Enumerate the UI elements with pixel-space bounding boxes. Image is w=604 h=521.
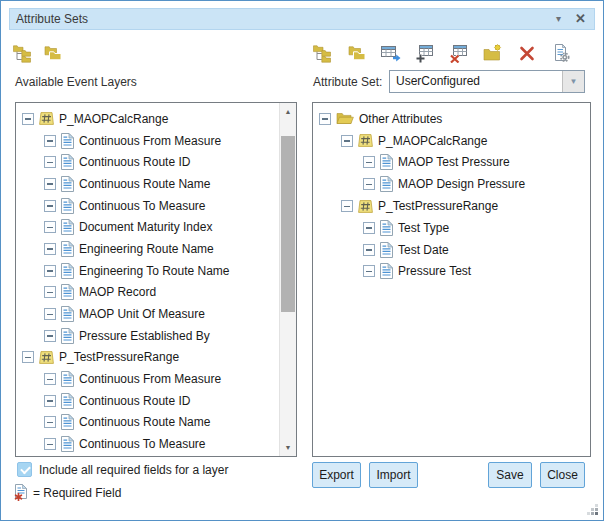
table-delete-button[interactable] (447, 41, 471, 65)
export-button[interactable]: Export (312, 462, 361, 488)
attribute-set-value: UserConfigured (396, 72, 480, 91)
collapse-toggle[interactable] (44, 200, 56, 212)
tree-item[interactable]: Continuous To Measure (16, 433, 279, 455)
collapse-toggle[interactable] (44, 178, 56, 190)
tree-item[interactable]: Engineering To Route Name (16, 260, 279, 282)
close-button[interactable]: Close (540, 462, 585, 488)
tree-item[interactable]: Other Attributes (313, 108, 590, 130)
tree-item[interactable]: Continuous Route ID (16, 390, 279, 412)
title-bar[interactable]: Attribute Sets ▾ ✕ (9, 8, 595, 30)
tree-item[interactable]: Continuous From Measure (16, 130, 279, 152)
collapse-toggle[interactable] (363, 156, 375, 168)
field-icon (61, 219, 74, 235)
scroll-up-icon[interactable]: ▲ (280, 104, 296, 119)
tree-item[interactable]: MAOP Test Pressure (313, 152, 590, 174)
table-delete-icon (449, 43, 469, 63)
collapse-toggle[interactable] (44, 373, 56, 385)
collapse-toggle[interactable] (44, 308, 56, 320)
field-icon (61, 328, 74, 344)
folders-icon (347, 43, 367, 63)
collapse-toggle[interactable] (363, 244, 375, 256)
table-add-button[interactable] (413, 41, 437, 65)
folder-new-icon (483, 43, 503, 63)
page-settings-button[interactable] (549, 41, 573, 65)
import-button[interactable]: Import (369, 462, 418, 488)
tree-item[interactable]: Continuous Route ID (16, 151, 279, 173)
tree-item-label: Pressure Test (398, 264, 471, 278)
tree-item[interactable]: Test Type (313, 217, 590, 239)
field-icon (61, 133, 74, 149)
tree-item[interactable]: P_TestPressureRange (16, 347, 279, 369)
scroll-down-icon[interactable]: ▼ (280, 440, 296, 455)
tree-item[interactable]: Engineering Route Name (16, 238, 279, 260)
attribute-set-dropdown[interactable]: UserConfigured ▼ (389, 70, 585, 93)
tree-item[interactable]: Test Date (313, 239, 590, 261)
tree-item[interactable]: P_MAOPCalcRange (16, 108, 279, 130)
collapse-toggle[interactable] (44, 416, 56, 428)
tree-item[interactable]: P_MAOPCalcRange (313, 130, 590, 152)
dropdown-arrow-icon[interactable]: ▼ (562, 71, 584, 92)
tree-item[interactable]: Continuous Route Name (16, 412, 279, 434)
folder-new-button[interactable] (481, 41, 505, 65)
collapse-toggle[interactable] (44, 156, 56, 168)
collapse-toggle[interactable] (44, 286, 56, 298)
tree-item[interactable]: MAOP Design Pressure (313, 173, 590, 195)
field-icon (61, 414, 74, 430)
tree-item-label: Document Maturity Index (79, 220, 212, 234)
field-icon (380, 242, 393, 258)
collapse-toggle[interactable] (44, 243, 56, 255)
collapse-toggle[interactable] (44, 135, 56, 147)
collapse-toggle[interactable] (363, 222, 375, 234)
collapse-toggle[interactable] (22, 113, 34, 125)
tree-item-label: Continuous From Measure (79, 134, 221, 148)
event-layer-icon (39, 112, 54, 125)
tree-item[interactable]: Pressure Established By (16, 325, 279, 347)
table-export-button[interactable] (379, 41, 403, 65)
layer-tree-button[interactable] (311, 41, 335, 65)
tree-item[interactable]: P_TestPressureRange (313, 195, 590, 217)
collapse-toggle[interactable] (44, 265, 56, 277)
tree-item[interactable]: MAOP Unit Of Measure (16, 303, 279, 325)
collapse-toggle[interactable] (22, 351, 34, 363)
tree-item[interactable]: Continuous Route Name (16, 173, 279, 195)
collapse-toggle[interactable] (44, 438, 56, 450)
resize-grip-icon[interactable] (586, 503, 598, 515)
scrollbar-thumb[interactable] (281, 136, 295, 312)
field-icon (380, 220, 393, 236)
tree-item[interactable]: Pressure Test (313, 261, 590, 283)
layer-tree-button[interactable] (11, 41, 35, 65)
caret-down-icon[interactable]: ▾ (556, 9, 561, 29)
collapse-toggle[interactable] (44, 395, 56, 407)
tree-item-label: Continuous Route Name (79, 177, 210, 191)
collapse-toggle[interactable] (44, 221, 56, 233)
collapse-toggle[interactable] (363, 265, 375, 277)
delete-button[interactable] (515, 41, 539, 65)
field-icon (61, 284, 74, 300)
tree-item-label: MAOP Record (79, 285, 156, 299)
folders-icon (43, 43, 63, 63)
collapse-toggle[interactable] (363, 178, 375, 190)
page-gear-icon (551, 43, 571, 63)
tree-item-label: Test Type (398, 221, 449, 235)
tree-item[interactable]: Continuous From Measure (16, 368, 279, 390)
collapse-toggle[interactable] (341, 200, 353, 212)
collapse-toggle[interactable] (319, 113, 331, 125)
tree-item[interactable]: MAOP Record (16, 282, 279, 304)
folder-tree-icon (313, 43, 333, 63)
available-event-layers-label: Available Event Layers (15, 75, 137, 89)
field-icon (61, 371, 74, 387)
tree-item[interactable]: Document Maturity Index (16, 216, 279, 238)
folder-open-icon (336, 112, 354, 125)
folders-button[interactable] (345, 41, 369, 65)
collapse-toggle[interactable] (44, 330, 56, 342)
folders-button[interactable] (41, 41, 65, 65)
include-required-fields-checkbox[interactable] (17, 462, 32, 477)
tree-item-label: Other Attributes (359, 112, 442, 126)
vertical-scrollbar[interactable]: ▲ ▼ (279, 103, 296, 456)
delete-x-icon (517, 43, 537, 63)
include-required-fields-row: Include all required fields for a layer (17, 462, 228, 477)
collapse-toggle[interactable] (341, 135, 353, 147)
save-button[interactable]: Save (488, 462, 532, 488)
close-icon[interactable]: ✕ (575, 9, 586, 29)
tree-item[interactable]: Continuous To Measure (16, 195, 279, 217)
